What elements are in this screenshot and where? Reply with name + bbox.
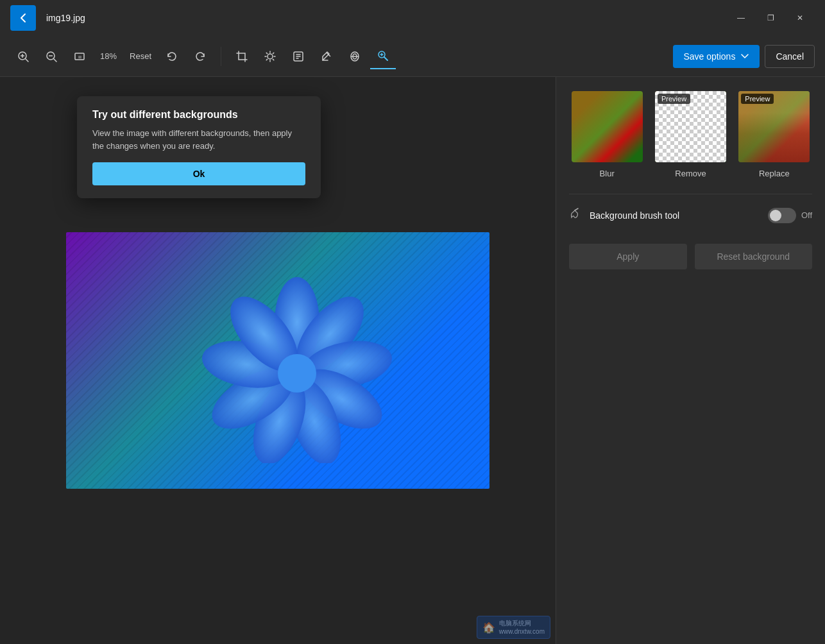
right-panel: Blur Preview Remove Preview Replace <box>556 77 825 644</box>
svg-line-16 <box>273 53 273 53</box>
toggle-state-label: Off <box>801 210 812 220</box>
titlebar-title: img19.jpg <box>46 13 716 23</box>
crop-button[interactable] <box>229 44 255 69</box>
window-controls: — ❐ ✕ <box>726 8 815 28</box>
blur-image <box>572 91 643 162</box>
tooltip-popup: Try out different backgrounds View the i… <box>77 96 321 198</box>
minimize-button[interactable]: — <box>726 8 756 28</box>
svg-line-5 <box>54 59 56 62</box>
maximize-button[interactable]: ❐ <box>756 8 785 28</box>
zoom-in-button[interactable] <box>10 44 36 69</box>
toolbar: ⊞ 18% Reset <box>0 36 825 77</box>
main-area: Try out different backgrounds View the i… <box>0 77 825 644</box>
tooltip-description: View the image with different background… <box>92 127 305 152</box>
brush-tool-row: Background brush tool Off <box>569 207 812 223</box>
zoom-level: 18% <box>95 51 122 61</box>
replace-preview-badge: Preview <box>741 94 774 104</box>
svg-line-39 <box>575 208 578 210</box>
titlebar: img19.jpg — ❐ ✕ <box>0 0 825 36</box>
cancel-button[interactable]: Cancel <box>765 45 815 68</box>
reset-background-button[interactable]: Reset background <box>695 244 813 269</box>
brush-tool-label: Background brush tool <box>590 210 760 221</box>
blur-label: Blur <box>600 169 615 178</box>
fit-to-window-button[interactable]: ⊞ <box>67 44 92 69</box>
spot-heal-button[interactable] <box>370 44 396 69</box>
remove-option[interactable]: Preview Remove <box>652 90 728 178</box>
undo-button[interactable] <box>159 44 185 69</box>
watermark-text: 电脑系统网www.dnxtw.com <box>499 619 545 636</box>
ok-button[interactable]: Ok <box>92 162 305 185</box>
svg-line-14 <box>266 53 267 53</box>
flower-svg <box>201 271 393 463</box>
svg-line-17 <box>266 59 267 60</box>
remove-thumbnail[interactable]: Preview <box>654 90 727 164</box>
brush-toggle[interactable]: Off <box>768 208 812 223</box>
brightness-button[interactable] <box>257 44 283 69</box>
main-image <box>66 232 489 489</box>
close-button[interactable]: ✕ <box>785 8 815 28</box>
blur-thumbnail[interactable] <box>570 90 644 164</box>
canvas-area[interactable]: Try out different backgrounds View the i… <box>0 77 556 644</box>
svg-text:⊞: ⊞ <box>78 55 81 59</box>
redo-button[interactable] <box>187 44 213 69</box>
back-button[interactable] <box>10 5 36 31</box>
watermark: 🏠 电脑系统网www.dnxtw.com <box>477 616 550 639</box>
remove-bg-button[interactable] <box>342 44 368 69</box>
toggle-thumb <box>770 210 781 221</box>
replace-thumbnail[interactable]: Preview <box>737 90 811 164</box>
reset-zoom-button[interactable]: Reset <box>124 49 157 64</box>
markup-button[interactable] <box>285 44 311 69</box>
svg-line-15 <box>273 59 273 60</box>
svg-line-1 <box>26 59 28 62</box>
remove-preview-badge: Preview <box>658 94 690 104</box>
blur-option[interactable]: Blur <box>569 90 645 178</box>
toolbar-right: Save options Cancel <box>673 45 815 68</box>
apply-button[interactable]: Apply <box>569 244 687 269</box>
toggle-track[interactable] <box>768 208 796 223</box>
save-options-button[interactable]: Save options <box>673 45 760 68</box>
replace-option[interactable]: Preview Replace <box>736 90 812 178</box>
svg-point-38 <box>278 354 316 393</box>
watermark-icon: 🏠 <box>482 622 495 634</box>
tooltip-title: Try out different backgrounds <box>92 109 305 121</box>
panel-separator <box>569 194 812 194</box>
zoom-out-button[interactable] <box>38 44 64 69</box>
action-buttons: Apply Reset background <box>569 244 812 269</box>
replace-label: Replace <box>759 169 790 178</box>
toolbar-divider <box>221 47 221 66</box>
background-options: Blur Preview Remove Preview Replace <box>569 90 812 178</box>
brush-icon <box>569 207 582 223</box>
svg-line-28 <box>384 57 387 60</box>
erase-button[interactable] <box>314 44 339 69</box>
svg-point-9 <box>268 54 273 59</box>
remove-label: Remove <box>675 169 706 178</box>
